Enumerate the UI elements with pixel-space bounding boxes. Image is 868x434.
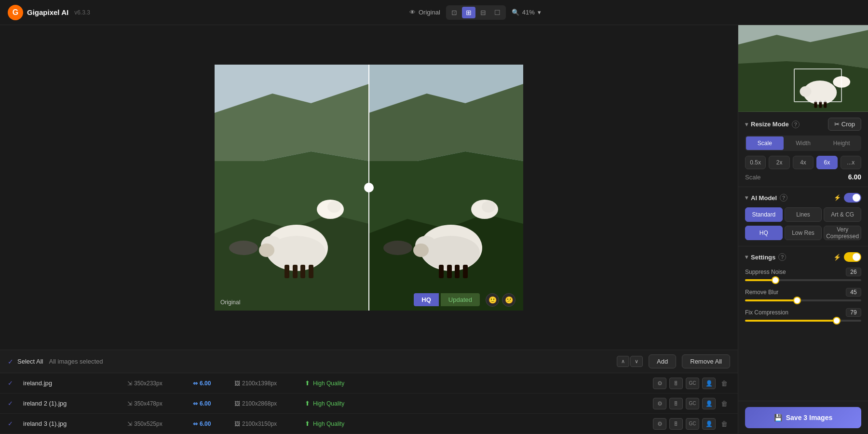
resize-help-icon[interactable]: ? [792, 121, 800, 128]
model-btn-lines[interactable]: Lines [785, 207, 822, 222]
canvas-reaction-icons: 🙂 😕 [486, 293, 515, 307]
file-delete-btn-3[interactable]: 🗑 [719, 418, 730, 430]
hq-pill: HQ [414, 293, 439, 306]
model-btn-standard[interactable]: Standard [745, 207, 783, 222]
file-gc-btn-2[interactable]: GC [686, 398, 699, 409]
svg-point-30 [471, 200, 498, 219]
model-q-btn-lowres[interactable]: Low Res [785, 226, 822, 240]
svg-rect-26 [455, 265, 460, 278]
file-check-1[interactable]: ✓ [8, 380, 15, 387]
settings-help-icon[interactable]: ? [778, 253, 786, 261]
quality-label-3: High Quality [313, 420, 344, 427]
thumbs-down-icon[interactable]: 😕 [502, 293, 515, 307]
split-divider-handle[interactable] [364, 183, 374, 192]
settings-toggle[interactable]: ⚡ [833, 252, 861, 262]
quality-icon-1: ⬆ [305, 380, 310, 387]
remove-blur-track[interactable] [745, 299, 861, 301]
ai-model-section: ▾ AI Model ? ⚡ Standard Lines Art & CG H… [738, 187, 868, 246]
tab-height[interactable]: Height [823, 136, 860, 150]
svg-rect-11 [309, 265, 313, 278]
file-settings-btn-2[interactable]: ⚙ [653, 398, 666, 409]
thumbnail-container [738, 25, 868, 112]
view-btn-single[interactable]: ☐ [491, 7, 504, 18]
file-person-btn-2[interactable]: 👤 [702, 398, 716, 409]
ai-model-toggle-switch[interactable] [844, 193, 861, 203]
model-btn-artcg[interactable]: Art & CG [824, 207, 861, 222]
scale-arrows-3: ⇔ [193, 420, 198, 427]
ai-model-toggle[interactable]: ⚡ [834, 193, 861, 203]
zoom-dropdown-icon[interactable]: ▾ [538, 9, 541, 16]
model-q-btn-hq[interactable]: HQ [745, 226, 783, 240]
file-check-2[interactable]: ✓ [8, 400, 15, 407]
file-gc-btn-1[interactable]: GC [686, 378, 699, 389]
add-button[interactable]: Add [649, 354, 676, 368]
tab-width[interactable]: Width [785, 136, 822, 150]
file-adjust-btn-3[interactable]: 🎚 [669, 418, 683, 430]
remove-all-button[interactable]: Remove All [682, 354, 730, 368]
view-btn-grid[interactable]: ⊟ [476, 7, 490, 18]
file-gc-btn-3[interactable]: GC [686, 418, 699, 430]
lightning-icon: ⚡ [834, 194, 841, 201]
suppress-noise-thumb[interactable] [773, 277, 778, 283]
svg-rect-24 [439, 265, 444, 278]
scale-btn-6x[interactable]: 6x [816, 156, 837, 169]
file-scale-3: ⇔ 6.00 [193, 420, 227, 427]
split-divider[interactable] [368, 65, 369, 311]
file-adjust-btn-2[interactable]: 🎚 [669, 398, 683, 409]
tab-scale[interactable]: Scale [746, 136, 784, 150]
scale-btn-4x[interactable]: 4x [793, 156, 814, 169]
scale-btn-2x[interactable]: 2x [769, 156, 789, 169]
file-person-btn-1[interactable]: 👤 [702, 378, 716, 389]
svg-point-22 [420, 225, 482, 271]
original-toggle[interactable]: 👁 Original [409, 9, 440, 16]
file-delete-btn-1[interactable]: 🗑 [719, 378, 730, 389]
scale-btn-custom[interactable]: ...x [841, 156, 861, 169]
sort-up-btn[interactable]: ∧ [617, 356, 629, 367]
fix-compression-slider: Fix Compression 79 [745, 308, 861, 322]
model-q-btn-verycompressed[interactable]: Very Compressed [824, 226, 861, 240]
save-button[interactable]: 💾 Save 3 Images [745, 407, 861, 428]
remove-blur-thumb[interactable] [794, 298, 800, 303]
thumbs-up-icon[interactable]: 🙂 [486, 293, 499, 307]
resize-mode-title: ▾ Resize Mode ? [745, 121, 800, 128]
select-all-control[interactable]: ✓ Select All [8, 358, 43, 366]
settings-arrow-icon: ▾ [745, 254, 748, 260]
scale-value: 6.00 [848, 173, 861, 181]
ai-model-help-icon[interactable]: ? [780, 194, 787, 202]
svg-rect-8 [285, 265, 289, 278]
thumbnail-overlay [794, 68, 842, 102]
file-delete-btn-2[interactable]: 🗑 [719, 398, 730, 409]
file-settings-btn-3[interactable]: ⚙ [653, 418, 666, 430]
updated-pill: Updated [441, 293, 480, 306]
resize-icon-1: ⇲ [127, 380, 132, 387]
view-btn-split[interactable]: ⊡ [448, 7, 461, 18]
file-person-btn-3[interactable]: 👤 [702, 418, 716, 430]
settings-toggle-thumb [853, 253, 860, 261]
svg-rect-16 [369, 65, 523, 311]
file-output-size-1: 🖼 2100x1398px [234, 380, 297, 387]
crop-button[interactable]: ✂ Crop [828, 118, 861, 131]
file-check-3[interactable]: ✓ [8, 420, 15, 427]
view-btn-sidebyside[interactable]: ⊞ [462, 7, 475, 18]
quality-icon-2: ⬆ [305, 400, 310, 407]
remove-blur-slider: Remove Blur 45 [745, 288, 861, 301]
resize-icon-2: ⇲ [127, 400, 132, 407]
scale-btn-05x[interactable]: 0.5x [745, 156, 766, 169]
suppress-noise-track[interactable] [745, 279, 861, 281]
file-adjust-btn-1[interactable]: 🎚 [669, 378, 683, 389]
fix-compression-track[interactable] [745, 320, 861, 322]
settings-toggle-switch[interactable] [844, 252, 861, 262]
resize-icon-3: ⇲ [127, 420, 132, 427]
sort-down-btn[interactable]: ∨ [630, 356, 643, 367]
settings-header: ▾ Settings ? ⚡ [745, 252, 861, 262]
image-view: Original HQ Updated 🙂 😕 [0, 25, 738, 350]
file-name-2: ireland 2 (1).jpg [23, 400, 120, 407]
ai-model-arrow-icon: ▾ [745, 194, 748, 201]
fix-compression-thumb[interactable] [834, 318, 840, 324]
file-quality-3: ⬆ High Quality [305, 420, 372, 427]
file-settings-btn-1[interactable]: ⚙ [653, 378, 666, 389]
original-size-value-3: 350x525px [134, 420, 163, 427]
settings-title: ▾ Settings ? [745, 253, 786, 261]
svg-marker-1 [215, 84, 369, 171]
svg-point-4 [229, 241, 258, 255]
